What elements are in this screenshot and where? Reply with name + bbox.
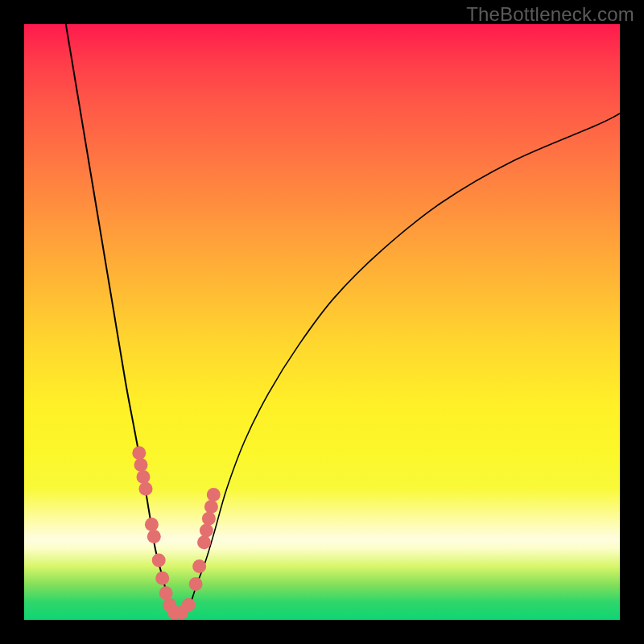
highlight-dot <box>202 512 216 526</box>
highlight-dot <box>192 559 206 573</box>
highlight-dot <box>197 535 211 549</box>
highlight-dot <box>139 482 153 496</box>
highlight-dot <box>145 518 159 531</box>
highlight-dot <box>155 572 169 585</box>
chart-svg <box>24 24 620 620</box>
highlight-dot <box>204 500 218 514</box>
highlight-dot <box>182 598 196 612</box>
highlight-dots <box>132 446 220 619</box>
right-curve <box>185 114 620 614</box>
highlight-dot <box>137 470 151 484</box>
highlight-dot <box>152 554 166 568</box>
highlight-dot <box>200 524 213 538</box>
highlight-dot <box>132 446 146 460</box>
highlight-dot <box>147 530 161 543</box>
highlight-dot <box>134 458 148 472</box>
chart-container: TheBottleneck.com <box>0 0 644 644</box>
plot-area <box>24 24 620 620</box>
highlight-dot <box>159 586 173 600</box>
watermark-label: TheBottleneck.com <box>466 3 634 26</box>
highlight-dot <box>189 577 203 591</box>
highlight-dot <box>207 488 221 502</box>
